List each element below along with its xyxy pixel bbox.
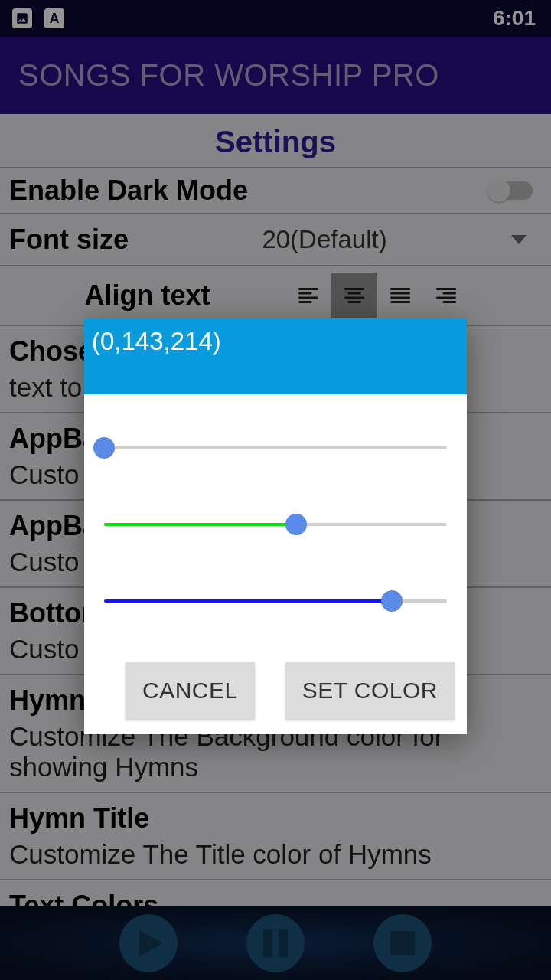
green-slider[interactable] <box>98 500 453 549</box>
cancel-button[interactable]: CANCEL <box>126 662 255 719</box>
set-color-button[interactable]: SET COLOR <box>285 662 455 719</box>
color-picker-dialog: (0,143,214) CANCEL SET COLOR <box>84 318 467 734</box>
red-slider[interactable] <box>98 423 453 472</box>
dialog-rgb-label: (0,143,214) <box>84 318 467 394</box>
blue-slider[interactable] <box>98 577 453 626</box>
